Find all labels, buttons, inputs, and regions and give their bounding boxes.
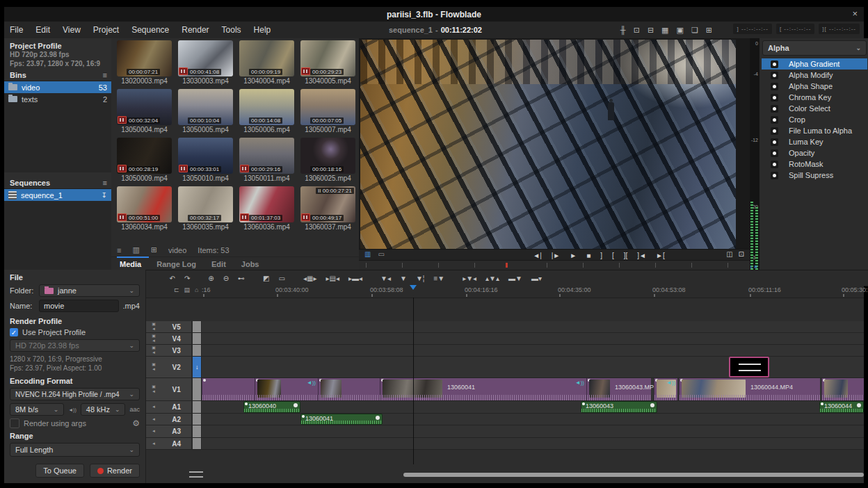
menu-item[interactable]: Help [254, 25, 271, 35]
transport-button[interactable]: ]◄ [637, 252, 646, 259]
track-display-icon[interactable]: ▣ [152, 334, 156, 339]
video-clip[interactable] [318, 378, 380, 400]
range-select[interactable]: Full Length ⌄ [10, 443, 140, 457]
splice-out-icon[interactable]: ◂▦▸ [303, 275, 317, 282]
monitor-mode-icon[interactable]: ▭ [378, 250, 384, 258]
menu-item[interactable]: Tools [222, 25, 241, 35]
media-thumbnail[interactable]: 00:00:29:23 [300, 40, 355, 76]
bins-menu-icon[interactable]: ≡ [103, 71, 107, 79]
filter-item[interactable]: Crop [762, 114, 867, 125]
video-clip[interactable] [202, 378, 255, 400]
load-sequence-icon[interactable]: ↧ [102, 191, 107, 199]
encoding-select[interactable]: NVENC H.264 High Profile / .mp4 ⌄ [10, 388, 140, 400]
filter-item[interactable]: Color Select [762, 103, 867, 114]
media-thumbnail[interactable]: 00:00:32:04 [117, 89, 172, 125]
track-display-icon[interactable]: ▣ [152, 322, 156, 327]
overwrite-range-icon[interactable]: ▼◂ [380, 275, 391, 282]
lane-a2[interactable]: 13060041 [202, 414, 864, 425]
toolbar-icon[interactable]: ⊡ [634, 26, 640, 35]
media-thumbnail[interactable]: 00:01:37:03 [239, 186, 294, 222]
ripple-delete-icon[interactable]: ▸▬◂ [348, 275, 362, 282]
track-head[interactable]: ▣ ◄ V5 [146, 321, 192, 332]
media-thumbnail[interactable]: 00:00:33:01 [178, 138, 233, 174]
track-mute-icon[interactable]: ◄ [152, 367, 156, 372]
media-thumbnail[interactable]: 00:00:07:05 [300, 89, 355, 125]
lane-a4[interactable] [202, 438, 864, 450]
menu-item[interactable]: Edit [35, 25, 50, 35]
filter-item[interactable]: Alpha Modify [762, 70, 867, 81]
media-item[interactable]: 00:01:37:03 13060036.mp4 [238, 186, 296, 231]
audio-clip[interactable]: 13060044 [819, 401, 864, 413]
toolbar-icon[interactable]: ▣ [677, 26, 684, 35]
media-menu-icon[interactable]: ≡ [117, 246, 121, 254]
menu-item[interactable]: Project [93, 25, 119, 35]
lane-v5[interactable] [202, 321, 864, 333]
media-item[interactable]: 00:00:29:16 13050011.mp4 [238, 138, 296, 182]
lane-a3[interactable] [202, 425, 864, 438]
track-active-toggle[interactable] [192, 438, 202, 449]
transport-button[interactable]: ■ [586, 252, 590, 259]
keyframe-next-icon[interactable]: ⊷ [238, 275, 245, 282]
ruler-option-icon[interactable]: ⊏ [174, 286, 179, 293]
track-mute-icon[interactable]: ◄ [152, 429, 156, 434]
audio-clip[interactable]: 13060040 [243, 401, 300, 413]
media-tab[interactable]: Edit [211, 260, 226, 268]
track-head[interactable]: ▣ ◄ A4 [146, 438, 192, 449]
track-display-icon[interactable]: ▣ [152, 362, 156, 367]
filter-item[interactable]: Spill Supress [762, 170, 867, 181]
media-item[interactable]: 00:00:51:00 13060034.mp4 [115, 186, 173, 231]
menu-item[interactable]: File [10, 25, 23, 35]
mute-clip-icon[interactable]: ▬▼ [508, 275, 522, 282]
transport-button[interactable]: ►[ [656, 252, 665, 259]
monitor-view-icon[interactable]: ◫ [726, 250, 732, 258]
use-project-profile-checkbox[interactable]: ✓ [10, 328, 18, 336]
media-thumbnail[interactable]: 00:00:14:08 [239, 89, 294, 125]
toolbar-icon[interactable]: ╫ [620, 26, 626, 34]
to-queue-button[interactable]: To Queue [35, 464, 84, 478]
menu-item[interactable]: Render [182, 25, 209, 35]
media-tab[interactable]: Media [120, 260, 141, 268]
bitrate-select[interactable]: 8M b/s ⌄ [10, 403, 64, 416]
media-item[interactable]: 00:00:18:16 13060025.mp4 [299, 138, 357, 182]
render-profile-select[interactable]: HD 720p 23.98 fps ⌄ [10, 339, 140, 352]
remove-keyframe-icon[interactable]: ⊖ [223, 275, 229, 282]
transport-button[interactable]: ] [600, 252, 602, 259]
lane-v2[interactable] [202, 357, 864, 378]
sequences-menu-icon[interactable]: ≡ [103, 179, 107, 187]
transport-button[interactable]: [ [612, 252, 614, 259]
toolbar-icon[interactable]: ❏ [691, 26, 698, 35]
track-head[interactable]: ▣ ◄ V1 [146, 378, 192, 400]
scrub-position-marker[interactable] [506, 263, 508, 268]
filter-item[interactable]: Chroma Key [762, 92, 867, 103]
track-display-icon[interactable]: ▣ [152, 384, 156, 389]
redo-button[interactable]: ↷ [184, 275, 190, 282]
bin-row[interactable]: video 53 [4, 81, 111, 93]
filter-item[interactable]: Alpha Shape [762, 81, 867, 92]
monitor-view-icon[interactable]: ⊡ [739, 250, 744, 258]
samplerate-select[interactable]: 48 kHz ⌄ [81, 403, 126, 416]
lane-v4[interactable] [202, 333, 864, 345]
media-thumbnail[interactable]: 00:00:49:17 II 00:00:27:21 [300, 186, 355, 222]
bin-row[interactable]: texts 2 [4, 93, 111, 105]
render-button[interactable]: Render [90, 464, 140, 478]
panel-resize-grip[interactable] [189, 471, 203, 478]
toolbar-icon[interactable]: ▦ [661, 26, 668, 35]
media-thumbnail[interactable]: 00:00:32:17 [178, 186, 233, 222]
track-mute-icon[interactable]: ◄ [152, 417, 156, 422]
toolbar-icon[interactable]: ⊞ [706, 26, 712, 35]
append-icon[interactable]: ≡▼ [433, 275, 444, 282]
transport-button[interactable]: ][ [624, 252, 628, 259]
media-item[interactable]: 00:00:32:04 13050004.mp4 [115, 89, 173, 133]
grid-view-icon[interactable]: ⊞ [151, 245, 157, 254]
media-item[interactable]: 00:00:41:08 13030003.mp4 [177, 40, 234, 85]
playhead-marker[interactable] [410, 285, 417, 290]
track-active-toggle[interactable] [192, 414, 202, 425]
gear-icon[interactable]: ⚙ [132, 418, 140, 428]
media-tab[interactable]: Range Log [156, 260, 196, 268]
track-display-icon[interactable]: ▣ [152, 345, 156, 350]
track-active-toggle[interactable] [192, 401, 202, 413]
transport-button[interactable]: ► [570, 252, 577, 259]
menu-item[interactable]: View [63, 25, 81, 35]
lift-icon[interactable]: ▸▤◂ [326, 275, 340, 282]
folder-select[interactable]: janne ⌄ [39, 284, 140, 297]
